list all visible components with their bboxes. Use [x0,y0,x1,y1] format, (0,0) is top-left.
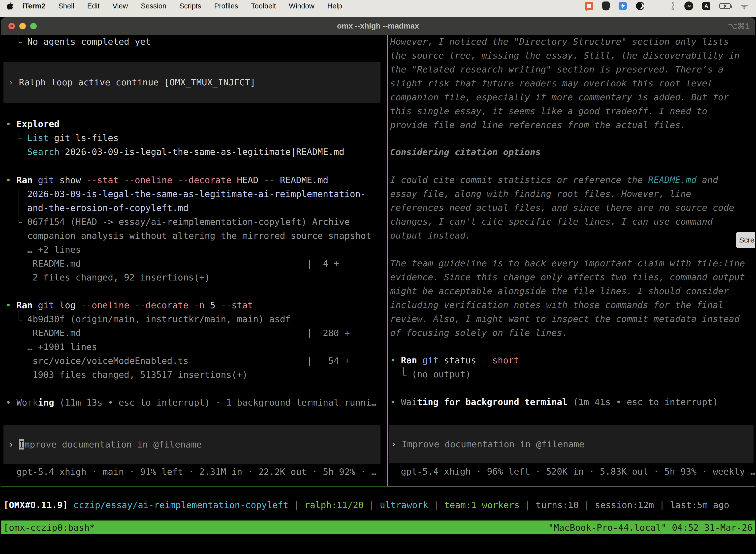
tmux-status-bar: [omx-cczip0:bash* "MacBook-Pro-44.local"… [1,520,755,535]
terminal-gap [1,382,387,396]
terminal-line: this single essay, it seems like a good … [388,104,755,118]
iterm-window: omx --xhigh --madmax ⌥⌘1 No agents compl… [1,17,755,554]
omx-status-line: [OMX#0.11.9] cczip/essay/ai-reimplementa… [1,487,755,512]
tmux-host-clock: "MacBook-Pro-44.local" 04:52 31-Mar-26 [548,522,753,533]
terminal-line: • Waiting for background terminal (1m 41… [388,395,755,409]
terminal-gap [388,159,755,173]
app-a-icon[interactable]: A [702,2,710,10]
password-shield-icon[interactable] [602,1,610,10]
terminal-line: No agents completed yet [1,35,387,49]
menu-item-window[interactable]: Window [289,2,314,10]
terminal-line: • Explored [1,117,387,131]
menu-item-help[interactable]: Help [327,2,342,10]
terminal-gap [388,409,755,425]
prompt-input-right[interactable]: › Improve documentation in @filename [389,425,754,463]
blue-app-icon[interactable] [619,2,627,10]
hook-utility-icon[interactable] [670,2,675,10]
terminal-line: gpt-5.4 xhigh · main · 91% left · 2.31M … [1,465,387,479]
terminal-gap [1,409,387,425]
terminal-line: gpt-5.4 xhigh · 96% left · 520K in · 5.8… [388,465,755,479]
apple-menu-icon[interactable] [7,2,13,10]
wifi-icon[interactable] [740,2,749,9]
desktop-top: iTerm2ShellEditViewSessionScriptsProfile… [0,0,756,17]
pane-right[interactable]: However, I noticed the "Directory Struct… [388,35,755,486]
terminal-gap [388,132,755,145]
battery-icon[interactable] [719,3,731,9]
terminal-line: 2026-03-09-is-legal-the-same-as-legitima… [1,187,387,201]
terminal-gap [388,242,755,257]
terminal-line: changes, I can't cite specific file line… [388,215,755,229]
terminal-line: … +2 lines [1,243,387,257]
terminal-line: List git ls-files [1,131,387,145]
window-title: omx --xhigh --madmax [1,21,755,31]
terminal-content: No agents completed yet› Ralph loop acti… [1,35,755,486]
terminal-line: the "Related research writing" section i… [388,63,755,76]
terminal-line: 4b9d30f (origin/main, instructkr/main, m… [1,312,387,326]
terminal-line: • Ran git show --stat --oneline --decora… [1,173,387,187]
terminal-line: • Ran git status --short [388,353,755,367]
terminal-line: Search 2026-03-09-is-legal-the-same-as-l… [1,145,387,159]
terminal-line: the source tree, missing the essay. Stil… [388,49,755,63]
tree-corner [401,367,406,381]
menu-item-profiles[interactable]: Profiles [214,2,238,10]
terminal-gap [388,340,755,353]
terminal-line: (no output) [388,367,755,381]
terminal-line: essay file, along with finding root file… [388,187,755,201]
menu-item-toolbelt[interactable]: Toolbelt [251,2,276,10]
menu-item-view[interactable]: View [112,2,128,10]
terminal-gap [1,49,387,62]
terminal-line: The team guideline is to back every impo… [388,257,755,270]
prompt-input-left[interactable]: › Improve documentation in @filename [3,425,380,464]
menu-item-shell[interactable]: Shell [58,2,74,10]
tree-corner [16,131,22,145]
terminal-line: • Working (11m 13s • esc to interrupt) ·… [1,396,387,409]
prompt-input-right-line: › Improve documentation in @filename [389,437,754,451]
terminal-line: companion analysis without altering the … [1,229,387,243]
terminal-gap [1,103,387,117]
window-shortcut-badge: ⌥⌘1 [728,21,750,31]
terminal-line: 1903 files changed, 513517 insertions(+) [1,368,387,382]
terminal-line: including verification notes with those … [388,298,755,312]
menu-item-edit[interactable]: Edit [87,2,100,10]
grid-dots-icon[interactable] [653,2,661,10]
ralph-loop-box[interactable]: › Ralph loop active continue [OMX_TMUX_I… [3,62,380,103]
terminal-line: slight risk that future readers may over… [388,76,755,90]
tree-corner [16,312,22,326]
terminal-line: review. Also, I might want to inspect th… [388,312,755,326]
terminal-line: output instead. [388,229,755,242]
chat-notification-icon[interactable] [585,2,593,10]
status-area: [OMX#0.11.9] cczip/essay/ai-reimplementa… [1,487,755,554]
pane-left[interactable]: No agents completed yet› Ralph loop acti… [1,35,387,486]
terminal-line: companion file, especially if more comme… [388,90,755,104]
terminal-line: might be acceptable alongside the file l… [388,284,755,298]
terminal-line: src/voice/voiceModeEnabled.ts | 54 + [1,354,387,368]
terminal-line: README.md | 280 + [1,326,387,340]
menu-item-scripts[interactable]: Scripts [179,2,201,10]
tmux-session-label: [omx-cczip0:bash* [3,522,95,533]
terminal-gap [1,159,387,173]
terminal-line: references need actual files, and since … [388,201,755,215]
menu-item-iterm2[interactable]: iTerm2 [22,2,45,10]
terminal-gap [388,381,755,395]
terminal-line: evidence. Since this change only affects… [388,270,755,284]
screen-share-chip[interactable]: Scre [736,232,755,248]
terminal-line: Considering citation options [388,145,755,159]
terminal-line: 2 files changed, 92 insertions(+) [1,271,387,284]
terminal-line: and-the-erosion-of-copyleft.md [1,201,387,215]
terminal-gap [1,284,387,298]
tree-vline [16,187,22,201]
tree-vline [16,201,22,215]
terminal-line: … +1901 lines [1,340,387,354]
terminal-line: • Ran git log --oneline --decorate -n 5 … [1,298,387,312]
terminal-line: of focusing solely on file lines. [388,326,755,340]
badge-61-icon[interactable]: ..61 [684,1,693,10]
menu-bar: iTerm2ShellEditViewSessionScriptsProfile… [0,0,756,12]
ralph-loop-box-line: › Ralph loop active continue [OMX_TMUX_I… [3,75,380,89]
terminal-line: README.md | 4 + [1,257,387,271]
title-bar[interactable]: omx --xhigh --madmax ⌥⌘1 [1,17,755,35]
focus-moon-icon[interactable] [636,2,644,10]
terminal-line: 067f154 (HEAD -> essay/ai-reimplementati… [1,215,387,229]
terminal-line: provide file and line references from th… [388,118,755,132]
terminal-line: However, I noticed the "Directory Struct… [388,35,755,49]
menu-item-session[interactable]: Session [141,2,167,10]
